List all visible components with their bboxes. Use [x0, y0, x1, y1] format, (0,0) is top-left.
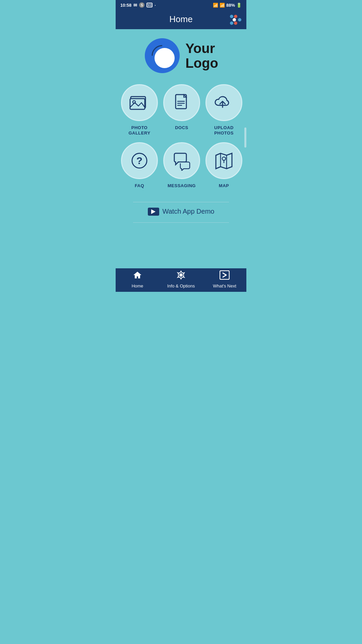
battery-percent: 88%	[226, 3, 235, 8]
logo-image	[144, 37, 181, 74]
logo-text: Your Logo	[185, 41, 218, 70]
svg-point-22	[222, 157, 226, 160]
play-triangle	[151, 209, 156, 214]
svg-point-1	[234, 15, 237, 18]
bottom-divider	[133, 222, 229, 223]
svg-rect-25	[220, 271, 229, 279]
map-label: MAP	[219, 183, 229, 189]
svg-point-0	[230, 15, 233, 18]
status-bar: 10:58 ✉ S 5/2 · 📶 📶 88% 🔋	[116, 0, 246, 10]
scrollbar	[244, 127, 246, 148]
gear-icon	[176, 270, 186, 282]
faq-icon-circle: ?	[121, 142, 158, 179]
watch-demo-button[interactable]: Watch App Demo	[148, 208, 215, 216]
main-content: Your Logo PHOTOGALLERY	[116, 29, 246, 268]
svg-point-2	[233, 18, 236, 21]
messaging-icon-circle	[163, 142, 200, 179]
watch-demo-label: Watch App Demo	[163, 208, 215, 215]
logo-line1: Your	[185, 41, 215, 56]
map-button[interactable]: MAP	[205, 142, 242, 189]
photo-gallery-icon-circle	[121, 84, 158, 121]
faq-button[interactable]: ? FAQ	[121, 142, 158, 189]
status-time: 10:58	[120, 3, 131, 8]
dot-indicator: ·	[155, 3, 156, 8]
arrow-right-icon	[220, 270, 230, 282]
map-icon-circle	[205, 142, 242, 179]
upload-photos-icon-circle	[205, 84, 242, 121]
page-header: Home	[116, 10, 246, 29]
home-icon	[133, 270, 142, 282]
signal-icon: 📶	[220, 3, 225, 8]
status-right: 📶 📶 88% 🔋	[213, 3, 242, 8]
bottom-nav: Home Info & Options What's Next	[116, 268, 246, 292]
svg-text:?: ?	[136, 155, 142, 166]
app-icon: 5/2	[146, 3, 153, 7]
wifi-icon: 📶	[213, 3, 218, 8]
logo-area: Your Logo	[144, 37, 218, 74]
youtube-icon	[148, 208, 159, 216]
messaging-button[interactable]: MESSAGING	[163, 142, 200, 189]
docs-icon-circle	[163, 84, 200, 121]
logo-line2: Logo	[185, 56, 218, 70]
home-nav-label: Home	[132, 283, 143, 288]
svg-point-3	[230, 21, 233, 25]
battery-icon: 🔋	[236, 3, 242, 8]
s-icon: S	[139, 2, 144, 8]
docs-label: DOCS	[175, 125, 188, 130]
whats-next-nav-label: What's Next	[213, 283, 236, 288]
nav-home[interactable]: Home	[116, 270, 159, 288]
upload-photos-button[interactable]: UPLOADPHOTOS	[205, 84, 242, 136]
svg-point-5	[238, 18, 241, 21]
nav-info-options[interactable]: Info & Options	[159, 270, 203, 288]
info-options-nav-label: Info & Options	[167, 283, 195, 288]
svg-point-7	[155, 48, 175, 68]
faq-label: FAQ	[135, 183, 144, 189]
app-icon-dots[interactable]	[227, 12, 242, 27]
photo-gallery-button[interactable]: PHOTOGALLERY	[121, 84, 158, 136]
messaging-label: MESSAGING	[168, 183, 196, 189]
top-divider	[133, 202, 229, 202]
mail-icon: ✉	[133, 3, 137, 8]
docs-button[interactable]: DOCS	[163, 84, 200, 136]
upload-photos-label: UPLOADPHOTOS	[214, 125, 234, 136]
photo-gallery-label: PHOTOGALLERY	[128, 125, 150, 136]
page-title: Home	[169, 14, 192, 24]
svg-point-4	[234, 21, 237, 25]
feature-grid: PHOTOGALLERY DOCS	[121, 84, 241, 189]
status-left: 10:58 ✉ S 5/2 ·	[120, 2, 156, 8]
nav-whats-next[interactable]: What's Next	[203, 270, 246, 288]
